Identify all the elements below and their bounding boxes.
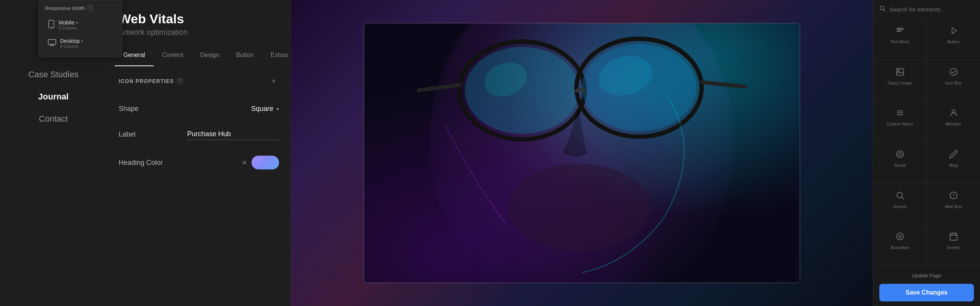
accordion-label: Accordion	[890, 245, 909, 250]
desktop-icon	[48, 39, 56, 48]
sidebar-item-contact[interactable]: Contact	[8, 109, 99, 129]
section-header: ICON PROPERTIES ? +	[119, 76, 279, 86]
canvas-frame[interactable]	[364, 23, 800, 283]
responsive-width-panel: Responsive Width ? Mobile ▾ 6 Column	[38, 0, 122, 57]
tab-design[interactable]: Design	[192, 45, 228, 66]
label-input[interactable]	[187, 129, 279, 140]
svg-point-41	[897, 233, 903, 240]
custom-menu-label: Custom Menu	[887, 122, 913, 126]
element-text-block[interactable]: Text Block	[873, 19, 926, 60]
events-icon	[949, 231, 958, 242]
mobile-chevron: ▾	[76, 21, 78, 25]
button-label: Button	[947, 39, 960, 44]
element-custom-menu[interactable]: Custom Menu	[873, 101, 926, 142]
label-control	[187, 129, 279, 140]
save-changes-button[interactable]: Save Changes	[879, 284, 974, 301]
social-label: Social	[894, 163, 906, 168]
element-alert-box[interactable]: Alert Box	[927, 184, 980, 225]
element-member[interactable]: Member	[927, 101, 980, 142]
section-help-icon[interactable]: ?	[177, 78, 183, 84]
social-icon	[895, 148, 905, 160]
sidebar-item-journal[interactable]: Journal	[8, 86, 99, 107]
update-page-button[interactable]: Update Page	[879, 270, 974, 281]
label-label: Label	[119, 130, 136, 138]
custom-menu-icon	[895, 107, 905, 119]
face-svg	[364, 23, 800, 283]
element-accordion[interactable]: Accordion	[873, 225, 926, 265]
search-element-icon	[895, 190, 905, 201]
accordion-icon	[895, 231, 905, 242]
element-search[interactable]: Search	[873, 184, 926, 225]
svg-point-35	[898, 153, 902, 156]
icon-box-icon	[949, 66, 958, 78]
main-canvas	[291, 0, 873, 306]
panel-title: Web Vitals	[119, 11, 279, 26]
icon-box-label: Icon Box	[945, 81, 962, 85]
mobile-device-name: Mobile ▾	[59, 20, 78, 26]
svg-point-28	[898, 70, 899, 71]
label-field-row: Label	[119, 121, 279, 148]
responsive-width-title: Responsive Width ?	[45, 5, 116, 11]
heading-color-swatch[interactable]	[252, 156, 279, 169]
responsive-title-text: Responsive Width	[45, 5, 85, 11]
desktop-device-name: Desktop ▾	[60, 38, 83, 44]
fancy-image-icon	[895, 66, 905, 78]
search-icon	[879, 5, 885, 13]
desktop-device-info: Desktop ▾ 3 Column	[60, 38, 83, 49]
member-icon	[949, 107, 958, 119]
mobile-device-info: Mobile ▾ 6 Column	[59, 20, 78, 30]
heading-color-row: Heading Color ✕	[119, 148, 279, 177]
mobile-columns: 6 Column	[59, 26, 78, 30]
svg-point-34	[897, 151, 903, 158]
panel-content: ICON PROPERTIES ? + Shape Square ▾ Label	[107, 67, 291, 306]
text-block-label: Text Block	[890, 39, 909, 44]
text-block-icon	[895, 25, 905, 36]
person-visual	[364, 23, 800, 283]
tab-content[interactable]: Content	[154, 45, 192, 66]
svg-point-18	[508, 164, 650, 251]
shape-control[interactable]: Square ▾	[251, 105, 279, 113]
button-icon	[949, 25, 958, 36]
shape-chevron-icon: ▾	[276, 106, 279, 112]
svg-point-36	[897, 192, 902, 198]
blog-label: Blog	[949, 163, 957, 168]
panel-header: Web Vitals Artwork optimization	[107, 0, 291, 45]
device-option-desktop[interactable]: Desktop ▾ 3 Column	[45, 34, 116, 52]
panel-tabs: General Content Design Button Extras	[107, 45, 291, 67]
svg-point-33	[952, 110, 955, 113]
element-blog[interactable]: Blog	[927, 142, 980, 183]
elements-grid: Text Block Button Fancy Image	[873, 19, 980, 265]
shape-field-row: Shape Square ▾	[119, 97, 279, 121]
member-label: Member	[946, 122, 961, 126]
search-input[interactable]	[889, 6, 974, 13]
element-icon-box[interactable]: Icon Box	[927, 60, 980, 101]
section-title: ICON PROPERTIES ?	[119, 78, 183, 84]
shape-select[interactable]: Square ▾	[251, 105, 279, 113]
svg-line-37	[902, 197, 904, 199]
svg-point-13	[465, 47, 579, 134]
sidebar-item-case-studies[interactable]: Case Studies	[8, 64, 99, 85]
svg-point-42	[899, 235, 901, 238]
help-icon[interactable]: ?	[87, 5, 93, 11]
heading-color-clear-button[interactable]: ✕	[242, 159, 247, 166]
svg-rect-43	[950, 233, 957, 240]
element-events[interactable]: Events	[927, 225, 980, 265]
canvas-background	[291, 0, 873, 306]
svg-point-1	[51, 26, 52, 27]
fancy-image-label: Fancy Image	[888, 81, 912, 85]
svg-rect-2	[48, 39, 56, 44]
events-label: Events	[947, 245, 960, 250]
device-option-mobile[interactable]: Mobile ▾ 6 Column	[45, 16, 116, 34]
alert-box-icon	[949, 190, 958, 201]
element-button[interactable]: Button	[927, 19, 980, 60]
heading-color-control: ✕	[242, 156, 279, 169]
left-sidebar: Responsive Width ? Mobile ▾ 6 Column	[0, 0, 107, 306]
panel-subtitle: Artwork optimization	[119, 28, 279, 37]
svg-point-40	[953, 197, 954, 197]
tab-button[interactable]: Button	[228, 45, 262, 66]
add-property-button[interactable]: +	[268, 76, 279, 86]
element-fancy-image[interactable]: Fancy Image	[873, 60, 926, 101]
heading-color-label: Heading Color	[119, 159, 163, 167]
element-social[interactable]: Social	[873, 142, 926, 183]
mobile-icon	[48, 20, 55, 30]
